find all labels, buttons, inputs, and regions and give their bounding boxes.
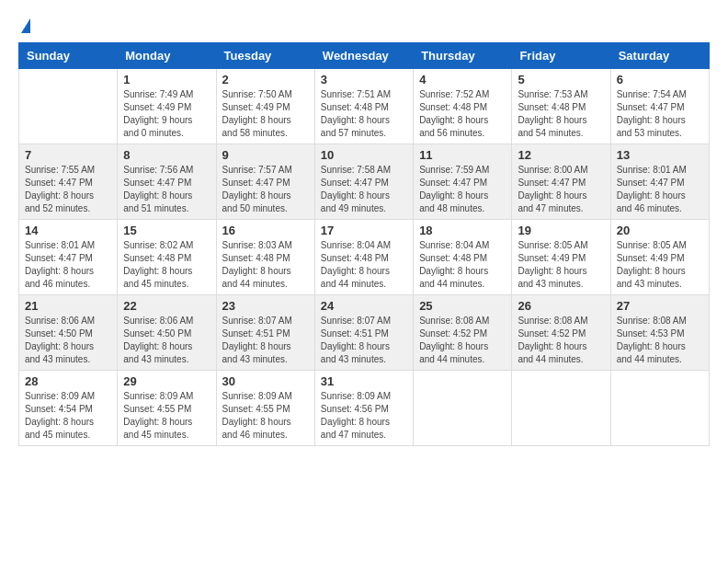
calendar-cell: 20Sunrise: 8:05 AM Sunset: 4:49 PM Dayli… (610, 220, 709, 295)
day-info: Sunrise: 8:09 AM Sunset: 4:54 PM Dayligh… (25, 390, 111, 442)
day-number: 20 (617, 224, 703, 237)
day-info: Sunrise: 8:09 AM Sunset: 4:55 PM Dayligh… (222, 390, 309, 442)
day-number: 10 (321, 148, 407, 162)
day-number: 4 (419, 73, 506, 86)
day-number: 26 (518, 299, 604, 313)
day-number: 27 (617, 299, 703, 313)
calendar-cell: 16Sunrise: 8:03 AM Sunset: 4:48 PM Dayli… (216, 220, 314, 295)
day-header-tuesday: Tuesday (216, 43, 314, 69)
day-number: 25 (419, 299, 506, 313)
day-info: Sunrise: 8:08 AM Sunset: 4:52 PM Dayligh… (518, 315, 604, 366)
day-info: Sunrise: 8:09 AM Sunset: 4:55 PM Dayligh… (123, 390, 210, 442)
day-info: Sunrise: 7:59 AM Sunset: 4:47 PM Dayligh… (419, 164, 506, 215)
day-number: 30 (222, 374, 309, 388)
calendar-cell (610, 371, 709, 446)
day-number: 15 (123, 224, 210, 237)
calendar-header-row: SundayMondayTuesdayWednesdayThursdayFrid… (19, 43, 710, 69)
calendar-cell: 31Sunrise: 8:09 AM Sunset: 4:56 PM Dayli… (314, 371, 413, 446)
day-info: Sunrise: 8:08 AM Sunset: 4:53 PM Dayligh… (617, 315, 703, 366)
calendar-cell: 24Sunrise: 8:07 AM Sunset: 4:51 PM Dayli… (314, 295, 413, 371)
day-header-thursday: Thursday (414, 43, 512, 69)
day-number: 3 (321, 73, 407, 86)
day-number: 5 (518, 73, 604, 86)
calendar-cell (19, 69, 118, 144)
day-number: 17 (321, 224, 407, 237)
day-info: Sunrise: 8:02 AM Sunset: 4:48 PM Dayligh… (123, 239, 210, 291)
day-number: 12 (518, 148, 604, 162)
calendar-cell: 6Sunrise: 7:54 AM Sunset: 4:47 PM Daylig… (610, 69, 709, 144)
day-info: Sunrise: 7:49 AM Sunset: 4:49 PM Dayligh… (123, 88, 210, 140)
calendar-cell (512, 371, 610, 446)
calendar-cell: 1Sunrise: 7:49 AM Sunset: 4:49 PM Daylig… (118, 69, 216, 144)
day-info: Sunrise: 7:50 AM Sunset: 4:49 PM Dayligh… (222, 88, 309, 140)
day-header-friday: Friday (512, 43, 610, 69)
calendar-cell: 15Sunrise: 8:02 AM Sunset: 4:48 PM Dayli… (118, 220, 216, 295)
calendar-cell: 30Sunrise: 8:09 AM Sunset: 4:55 PM Dayli… (216, 371, 314, 446)
day-info: Sunrise: 8:07 AM Sunset: 4:51 PM Dayligh… (222, 315, 309, 366)
calendar-cell: 18Sunrise: 8:04 AM Sunset: 4:48 PM Dayli… (414, 220, 512, 295)
day-info: Sunrise: 8:01 AM Sunset: 4:47 PM Dayligh… (617, 164, 703, 215)
day-number: 16 (222, 224, 309, 237)
day-info: Sunrise: 7:51 AM Sunset: 4:48 PM Dayligh… (321, 88, 407, 140)
day-info: Sunrise: 7:52 AM Sunset: 4:48 PM Dayligh… (419, 88, 506, 140)
day-number: 1 (123, 73, 210, 86)
calendar-cell: 3Sunrise: 7:51 AM Sunset: 4:48 PM Daylig… (314, 69, 413, 144)
day-number: 6 (617, 73, 703, 86)
calendar-cell (414, 371, 512, 446)
day-info: Sunrise: 7:58 AM Sunset: 4:47 PM Dayligh… (321, 164, 407, 215)
day-number: 11 (419, 148, 506, 162)
day-info: Sunrise: 8:09 AM Sunset: 4:56 PM Dayligh… (321, 390, 407, 442)
calendar-cell: 21Sunrise: 8:06 AM Sunset: 4:50 PM Dayli… (19, 295, 118, 371)
day-info: Sunrise: 8:07 AM Sunset: 4:51 PM Dayligh… (321, 315, 407, 366)
calendar-week-row: 7Sunrise: 7:55 AM Sunset: 4:47 PM Daylig… (19, 144, 710, 220)
calendar-cell: 12Sunrise: 8:00 AM Sunset: 4:47 PM Dayli… (512, 144, 610, 220)
calendar-cell: 14Sunrise: 8:01 AM Sunset: 4:47 PM Dayli… (19, 220, 118, 295)
day-number: 23 (222, 299, 309, 313)
calendar-cell: 28Sunrise: 8:09 AM Sunset: 4:54 PM Dayli… (19, 371, 118, 446)
day-info: Sunrise: 8:05 AM Sunset: 4:49 PM Dayligh… (617, 239, 703, 291)
day-info: Sunrise: 8:06 AM Sunset: 4:50 PM Dayligh… (25, 315, 111, 366)
calendar-week-row: 28Sunrise: 8:09 AM Sunset: 4:54 PM Dayli… (19, 371, 710, 446)
day-header-sunday: Sunday (19, 43, 118, 69)
calendar-cell: 25Sunrise: 8:08 AM Sunset: 4:52 PM Dayli… (414, 295, 512, 371)
day-info: Sunrise: 7:54 AM Sunset: 4:47 PM Dayligh… (617, 88, 703, 140)
day-number: 7 (25, 148, 111, 162)
day-number: 24 (321, 299, 407, 313)
day-info: Sunrise: 8:04 AM Sunset: 4:48 PM Dayligh… (419, 239, 506, 291)
day-header-monday: Monday (118, 43, 216, 69)
calendar-cell: 22Sunrise: 8:06 AM Sunset: 4:50 PM Dayli… (118, 295, 216, 371)
calendar-cell: 2Sunrise: 7:50 AM Sunset: 4:49 PM Daylig… (216, 69, 314, 144)
calendar-cell: 4Sunrise: 7:52 AM Sunset: 4:48 PM Daylig… (414, 69, 512, 144)
calendar-cell: 13Sunrise: 8:01 AM Sunset: 4:47 PM Dayli… (610, 144, 709, 220)
calendar-cell: 9Sunrise: 7:57 AM Sunset: 4:47 PM Daylig… (216, 144, 314, 220)
day-number: 29 (123, 374, 210, 388)
day-number: 2 (222, 73, 309, 86)
day-info: Sunrise: 7:56 AM Sunset: 4:47 PM Dayligh… (123, 164, 210, 215)
day-info: Sunrise: 8:06 AM Sunset: 4:50 PM Dayligh… (123, 315, 210, 366)
calendar-cell: 17Sunrise: 8:04 AM Sunset: 4:48 PM Dayli… (314, 220, 413, 295)
day-info: Sunrise: 8:00 AM Sunset: 4:47 PM Dayligh… (518, 164, 604, 215)
day-number: 21 (25, 299, 111, 313)
calendar-table: SundayMondayTuesdayWednesdayThursdayFrid… (18, 42, 710, 446)
calendar-cell: 26Sunrise: 8:08 AM Sunset: 4:52 PM Dayli… (512, 295, 610, 371)
day-info: Sunrise: 8:08 AM Sunset: 4:52 PM Dayligh… (419, 315, 506, 366)
calendar-cell: 11Sunrise: 7:59 AM Sunset: 4:47 PM Dayli… (414, 144, 512, 220)
calendar-cell: 29Sunrise: 8:09 AM Sunset: 4:55 PM Dayli… (118, 371, 216, 446)
day-number: 19 (518, 224, 604, 237)
day-info: Sunrise: 8:03 AM Sunset: 4:48 PM Dayligh… (222, 239, 309, 291)
calendar-week-row: 1Sunrise: 7:49 AM Sunset: 4:49 PM Daylig… (19, 69, 710, 144)
day-header-wednesday: Wednesday (314, 43, 413, 69)
day-number: 31 (321, 374, 407, 388)
calendar-cell: 8Sunrise: 7:56 AM Sunset: 4:47 PM Daylig… (118, 144, 216, 220)
day-number: 28 (25, 374, 111, 388)
calendar-cell: 7Sunrise: 7:55 AM Sunset: 4:47 PM Daylig… (19, 144, 118, 220)
logo (18, 18, 30, 33)
day-info: Sunrise: 7:53 AM Sunset: 4:48 PM Dayligh… (518, 88, 604, 140)
day-number: 22 (123, 299, 210, 313)
calendar-week-row: 21Sunrise: 8:06 AM Sunset: 4:50 PM Dayli… (19, 295, 710, 371)
calendar-cell: 10Sunrise: 7:58 AM Sunset: 4:47 PM Dayli… (314, 144, 413, 220)
day-info: Sunrise: 8:05 AM Sunset: 4:49 PM Dayligh… (518, 239, 604, 291)
calendar-cell: 27Sunrise: 8:08 AM Sunset: 4:53 PM Dayli… (610, 295, 709, 371)
day-number: 14 (25, 224, 111, 237)
day-info: Sunrise: 8:04 AM Sunset: 4:48 PM Dayligh… (321, 239, 407, 291)
